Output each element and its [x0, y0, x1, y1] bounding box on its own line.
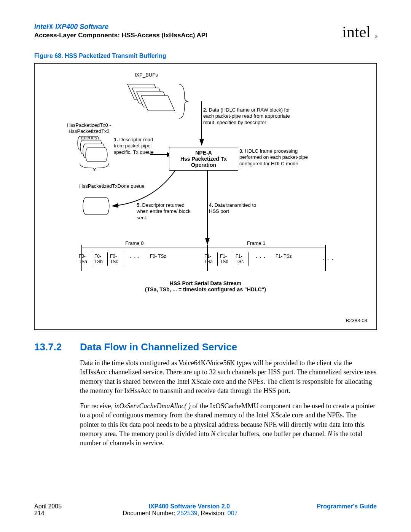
logo-text: intel [342, 23, 371, 41]
p2-c: circular buffers, one buffer per channel… [215, 430, 328, 438]
step5-text: Descriptor returned when entire frame/ b… [137, 202, 191, 220]
step4: 4. Data transmitted to HSS port [209, 202, 262, 215]
step4-text: Data transmitted to HSS port [209, 202, 256, 214]
footer-page: 214 [34, 510, 45, 517]
frame1-label: Frame 1 [247, 240, 265, 246]
header-text: Intel® IXP400 Software Access-Layer Comp… [34, 23, 342, 39]
stream-caption: HSS Port Serial Data Stream (TSa, TSb, .… [41, 280, 370, 292]
doc-subtitle: Access-Layer Components: HSS-Access (IxH… [34, 32, 342, 39]
npe-line2: Hss Packetized Tx [173, 156, 234, 162]
rev: 007 [228, 510, 238, 516]
footer-guide: Programmer's Guide [317, 503, 377, 510]
step2-num: 2. [203, 107, 207, 113]
step3: 3. HDLC frame processing performed on ea… [239, 148, 315, 167]
footer-version: IXP400 Software Version 2.0 [62, 503, 317, 510]
step3-text: HDLC frame processing performed on each … [239, 148, 308, 166]
intel-logo: intel® [342, 23, 377, 41]
txdone-label: HssPacketizedTxDone queue [78, 183, 146, 189]
timeslot-row: F0- TSa F0- TSb F0- TSc . . . F0- TSz [76, 252, 168, 266]
section-title: Data Flow in Channelized Service [80, 341, 237, 353]
diagram: IXP_BUFs HssPacketizedTx0 - HssPacketize… [41, 69, 370, 324]
p2-func: ixOsServCacheDmaAlloc( ) [114, 402, 190, 410]
step1: 1. Descriptor read from packet-pipe-spec… [114, 137, 159, 155]
ts-f0z: F0- TSz [148, 252, 168, 266]
ts-f1c: F1- TSc [233, 252, 249, 266]
figure-caption: Figure 68. HSS Packetized Transmit Buffe… [34, 53, 377, 59]
frame0-label: Frame 0 [125, 240, 143, 246]
section-heading: 13.7.2 Data Flow in Channelized Service [34, 341, 377, 353]
paragraph-1: Data in the time slots configured as Voi… [80, 358, 377, 395]
ts-f1a: F1- TSa [202, 252, 218, 266]
npe-box: NPE-A Hss Packetized Tx Operation [169, 147, 238, 171]
npe-line1: NPE-A [173, 150, 234, 156]
p2-n1: N [211, 430, 215, 438]
docnum-label: Document Number: [123, 510, 177, 516]
p2-a: For receive, [80, 402, 114, 410]
timeslot-row2: F1- TSa F1- TSb F1- TSc . . . F1- TSz [202, 252, 294, 266]
footer-docnum: Document Number: 252539, Revision: 007 [45, 510, 316, 517]
step2-text: Data (HDLC frame or RAW block) for each … [203, 107, 290, 125]
footer: April 2005 IXP400 Software Version 2.0 P… [34, 503, 377, 517]
section-number: 13.7.2 [34, 341, 80, 353]
registered-mark: ® [374, 35, 378, 39]
step2: 2. Data (HDLC frame or RAW block) for ea… [203, 107, 291, 126]
figure-box: IXP_BUFs HssPacketizedTx0 - HssPacketize… [34, 63, 377, 330]
ts-f0a: F0- TSa [76, 252, 92, 266]
stream-line2: (TSa, TSb, ... = timeslots configured as… [41, 286, 370, 292]
step3-num: 3. [239, 148, 244, 154]
step4-num: 4. [209, 202, 213, 208]
ts-dots2: . . . [249, 252, 273, 266]
docnum: 252539 [177, 510, 197, 516]
step1-text: Descriptor read from packet-pipe-specifi… [114, 137, 154, 155]
paragraph-2: For receive, ixOsServCacheDmaAlloc( ) of… [80, 401, 377, 447]
figure-id: B2383-03 [346, 318, 367, 323]
p2-n2: N [328, 430, 332, 438]
footer-date: April 2005 [34, 503, 62, 510]
step1-num: 1. [114, 137, 118, 142]
ts-f1b: F1- TSb [218, 252, 233, 266]
header: Intel® IXP400 Software Access-Layer Comp… [34, 23, 377, 41]
ixpbufs-label: IXP_BUFs [135, 72, 158, 78]
npe-line3: Operation [173, 162, 234, 168]
queues-label: HssPacketizedTx0 - HssPacketizedTx3 queu… [62, 122, 116, 141]
page: Intel® IXP400 Software Access-Layer Comp… [0, 0, 411, 532]
rev-label: , Revision: [198, 510, 228, 516]
ts-f1z: F1- TSz [273, 252, 294, 266]
step5: 5. Descriptor returned when entire frame… [137, 202, 198, 221]
ts-dots: . . . [123, 252, 148, 266]
step5-num: 5. [137, 202, 141, 208]
stream-line1: HSS Port Serial Data Stream [41, 280, 370, 286]
trailing-dots: . . . [323, 256, 334, 262]
doc-title: Intel® IXP400 Software [34, 23, 342, 31]
ts-f0c: F0- TSc [108, 252, 123, 266]
ts-f0b: F0- TSb [92, 252, 108, 266]
